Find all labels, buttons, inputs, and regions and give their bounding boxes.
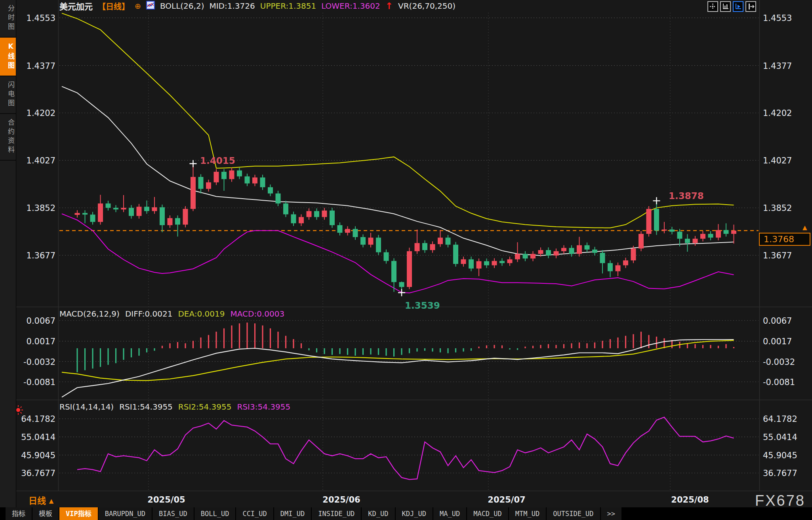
rsi-panel-header: RSI(14,14,14) RSI1:54.3955 RSI2:54.3955 …	[59, 402, 290, 412]
macd-panel-header: MACD(26,12,9) DIFF:0.0021 DEA:0.0019 MAC…	[59, 309, 284, 319]
toolbar-tab-1[interactable]: 模板	[32, 507, 59, 520]
fx678-watermark: FX678	[755, 492, 805, 509]
rsi-label-left: 55.0414	[21, 433, 55, 442]
triangle-up-icon: ▲	[49, 497, 54, 505]
toolbar-tab-4[interactable]: BIAS_UD	[152, 507, 194, 520]
price-annotation: 1.3878	[669, 191, 704, 201]
mini-chart-icon[interactable]	[146, 1, 155, 11]
chart-canvas[interactable]: 1.45531.45531.43771.43771.42021.42021.40…	[0, 0, 812, 520]
sidebar-item-3[interactable]: 合约资料	[0, 114, 16, 161]
period-badge[interactable]: 【日线】	[98, 0, 130, 12]
vr-params: VR(26,70,250)	[398, 1, 456, 11]
rsi-title: RSI(14,14,14)	[59, 402, 114, 412]
rsi-label-left: 45.9045	[21, 451, 55, 460]
price-label-left: 1.4377	[27, 61, 55, 71]
rsi-label-right: 64.1782	[763, 414, 797, 424]
swing-cross-marker	[190, 160, 197, 167]
price-label-left: 1.4553	[27, 13, 55, 23]
chart-header: 美元加元 【日线】 ⊕ BOLL(26,2) MID:1.3726 UPPER:…	[59, 0, 456, 12]
price-label-right: 1.4202	[763, 108, 792, 118]
macd-label-left: -0.0032	[23, 357, 55, 367]
rsi-layer	[77, 417, 734, 480]
annotations-layer: 1.40151.38781.3539	[190, 156, 704, 311]
price-label-left: 1.4202	[27, 108, 55, 118]
toolbar-tab-2[interactable]: VIP指标	[59, 507, 98, 520]
macd-diff-value: DIFF:0.0021	[125, 309, 172, 319]
current-price-box[interactable]: 1.3768	[759, 233, 810, 246]
month-label: 2025/07	[488, 495, 525, 505]
price-label-right: 1.3852	[763, 203, 792, 213]
rsi-label-left: 64.1782	[21, 414, 55, 424]
timeframe-label[interactable]: 日线 ▲	[29, 493, 53, 506]
shift-axis-icon[interactable]	[745, 1, 756, 12]
toolbar-tab-15[interactable]: >>	[601, 507, 621, 520]
toolbar-tab-10[interactable]: KDJ_UD	[396, 507, 433, 520]
toolbar-tab-14[interactable]: OUTSIDE_UD	[547, 507, 600, 520]
boll-upper-value: UPPER:1.3851	[260, 1, 316, 11]
trading-app-window: 1.45531.45531.43771.43771.42021.42021.40…	[0, 0, 812, 520]
sidebar-item-2[interactable]: 闪电图	[0, 76, 16, 114]
swing-cross-marker	[653, 197, 660, 204]
boll-mid-value: MID:1.3726	[209, 1, 255, 11]
rsi1-value: RSI1:54.3955	[119, 402, 173, 412]
price-label-right: 1.4377	[763, 61, 792, 71]
sidebar-item-1[interactable]: K线图	[0, 38, 16, 76]
rsi2-value: RSI2:54.3955	[178, 402, 232, 412]
auto-play-scale-icon[interactable]	[733, 1, 743, 12]
pan-crosshair-icon[interactable]	[707, 1, 718, 12]
toolbar-tab-7[interactable]: DMI_UD	[274, 507, 311, 520]
toolbar-tab-8[interactable]: INSIDE_UD	[312, 507, 361, 520]
toolbar-tab-5[interactable]: BOLL_UD	[194, 507, 236, 520]
boll-upper-line	[62, 13, 734, 228]
price-label-left: 1.4027	[27, 156, 55, 165]
macd-label-left: 0.0017	[27, 337, 55, 346]
price-label-right: 1.4553	[763, 13, 792, 23]
macd-label-right: 0.0067	[763, 316, 792, 326]
price-label-left: 1.3677	[27, 251, 55, 260]
macd-title: MACD(26,12,9)	[59, 309, 120, 319]
toolbar-tab-12[interactable]: MACD_UD	[467, 507, 508, 520]
macd-label-right: -0.0032	[763, 357, 795, 367]
macd-layer	[62, 323, 734, 397]
swing-cross-marker	[398, 289, 405, 296]
macd-hist-value: MACD:0.0003	[230, 309, 284, 319]
circled-plus-icon[interactable]: ⊕	[135, 2, 141, 10]
toolbar-tab-11[interactable]: MA_UD	[433, 507, 466, 520]
price-label-left: 1.3852	[27, 203, 55, 213]
boll-params: BOLL(26,2)	[160, 1, 204, 11]
rsi-label-right: 36.7677	[763, 469, 797, 478]
price-up-arrow-icon: ▲	[802, 224, 807, 231]
rsi-label-right: 55.0414	[763, 433, 797, 442]
symbol-title: 美元加元	[59, 0, 93, 12]
toolbar-tab-3[interactable]: BARUPDN_UD	[99, 507, 152, 520]
rsi-label-left: 36.7677	[21, 469, 55, 478]
toolbar-tab-13[interactable]: MTM_UD	[509, 507, 546, 520]
month-label: 2025/08	[671, 495, 709, 505]
toolbar-tab-6[interactable]: CCI_UD	[236, 507, 273, 520]
price-label-right: 1.4027	[763, 156, 792, 165]
macd-label-left: 0.0067	[27, 316, 55, 326]
bar-scale-icon[interactable]	[720, 1, 731, 12]
up-arrow-icon: ↑	[385, 1, 393, 11]
month-label: 2025/06	[322, 495, 360, 505]
sidebar: 分时图K线图闪电图合约资料	[0, 0, 16, 507]
macd-label-left: -0.0081	[23, 378, 55, 387]
toolbar-tab-0[interactable]: 指标	[6, 507, 32, 520]
sidebar-item-0[interactable]: 分时图	[0, 0, 16, 38]
month-label: 2025/05	[147, 495, 185, 505]
price-annotation: 1.3539	[405, 300, 440, 311]
toolbar-tab-9[interactable]: KD_UD	[362, 507, 395, 520]
macd-dea-value: DEA:0.0019	[178, 309, 225, 319]
price-label-right: 1.3677	[763, 251, 792, 260]
rsi3-value: RSI3:54.3955	[237, 402, 291, 412]
boll-lower-value: LOWER:1.3602	[321, 1, 380, 11]
panel-separators	[16, 0, 812, 491]
macd-label-right: -0.0081	[763, 378, 795, 387]
macd-label-right: 0.0017	[763, 337, 792, 346]
rsi-label-right: 45.9045	[763, 451, 797, 460]
rsi-line	[77, 417, 734, 480]
indicator-toolbar: 指标模板VIP指标BARUPDN_UDBIAS_UDBOLL_UDCCI_UDD…	[0, 507, 812, 520]
chart-tool-icons	[707, 1, 756, 12]
price-annotation: 1.4015	[200, 156, 235, 166]
